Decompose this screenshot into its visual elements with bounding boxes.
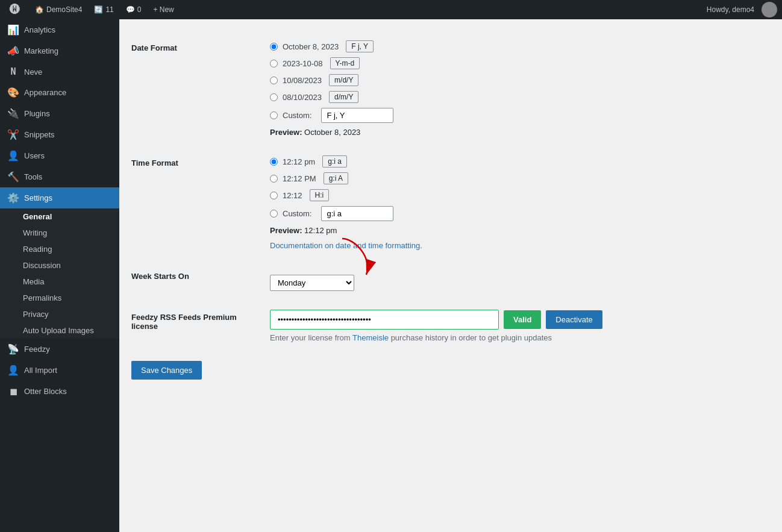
- date-format-code-4: d/m/Y: [329, 91, 358, 103]
- time-custom-input[interactable]: [321, 206, 393, 221]
- time-option-3: 12:12 H:i: [270, 189, 764, 201]
- sidebar-item-settings[interactable]: ⚙️ Settings: [0, 187, 119, 208]
- week-starts-row: Week Starts On: [131, 260, 770, 301]
- date-option-3: 10/08/2023 m/d/Y: [270, 74, 764, 86]
- admin-bar-right: Howdy, demo4: [702, 2, 777, 17]
- sidebar: 📊 Analytics 📣 Marketing N Neve 🎨 Appeara…: [0, 19, 119, 532]
- date-label-custom[interactable]: Custom:: [283, 111, 311, 120]
- sidebar-item-appearance[interactable]: 🎨 Appearance: [0, 82, 119, 103]
- sidebar-item-snippets[interactable]: ✂️ Snippets: [0, 124, 119, 145]
- sidebar-item-feedzy[interactable]: 📡 Feedzy: [0, 339, 119, 360]
- sidebar-sub-discussion[interactable]: Discussion: [0, 257, 119, 274]
- analytics-icon: 📊: [7, 24, 19, 36]
- doc-link[interactable]: Documentation on date and time formattin…: [270, 241, 422, 250]
- date-radio-1[interactable]: [270, 43, 278, 51]
- week-starts-td: Monday Sunday Tuesday Wednesday Thursday…: [264, 260, 770, 301]
- new-content-link[interactable]: + New: [148, 0, 178, 19]
- marketing-icon: 📣: [7, 45, 19, 57]
- sidebar-sub-auto-upload[interactable]: Auto Upload Images: [0, 322, 119, 339]
- date-radio-2[interactable]: [270, 60, 278, 67]
- avatar[interactable]: [762, 2, 777, 17]
- time-label-2[interactable]: 12:12 PM: [283, 174, 316, 183]
- sidebar-item-plugins[interactable]: 🔌 Plugins: [0, 103, 119, 124]
- updates-link[interactable]: 🔄 11: [89, 0, 118, 19]
- howdy-text: Howdy, demo4: [702, 5, 759, 14]
- date-option-1: October 8, 2023 F j, Y: [270, 40, 764, 52]
- time-radio-2[interactable]: [270, 175, 278, 183]
- sidebar-label-all-import: All Import: [24, 366, 57, 375]
- sidebar-item-all-import[interactable]: 👤 All Import: [0, 360, 119, 381]
- neve-icon: N: [7, 66, 19, 77]
- main-content: Date Format October 8, 2023 F j, Y 2023-…: [119, 19, 782, 532]
- layout: 📊 Analytics 📣 Marketing N Neve 🎨 Appeara…: [0, 19, 782, 532]
- time-label-3[interactable]: 12:12: [283, 191, 302, 200]
- week-starts-select[interactable]: Monday Sunday Tuesday Wednesday Thursday…: [270, 275, 354, 291]
- date-radio-custom[interactable]: [270, 111, 278, 119]
- settings-icon: ⚙️: [7, 192, 19, 204]
- sidebar-item-users[interactable]: 👤 Users: [0, 145, 119, 166]
- date-radio-4[interactable]: [270, 93, 278, 101]
- updates-icon: 🔄: [94, 5, 103, 14]
- sidebar-item-marketing[interactable]: 📣 Marketing: [0, 40, 119, 61]
- time-format-code-3: H:i: [310, 189, 330, 201]
- sidebar-sub-permalinks[interactable]: Permalinks: [0, 290, 119, 306]
- time-label-1[interactable]: 12:12 pm: [283, 157, 315, 166]
- time-radio-3[interactable]: [270, 192, 278, 199]
- sidebar-label-otter-blocks: Otter Blocks: [24, 387, 67, 396]
- feedzy-icon: 📡: [7, 343, 19, 355]
- sidebar-sub-general[interactable]: General: [0, 208, 119, 225]
- time-radio-1[interactable]: [270, 158, 278, 166]
- themeisle-link[interactable]: Themeisle: [352, 333, 389, 342]
- date-option-2: 2023-10-08 Y-m-d: [270, 57, 764, 69]
- date-preview: Preview: October 8, 2023: [270, 128, 764, 137]
- date-custom-input[interactable]: [321, 108, 393, 123]
- date-format-code-2: Y-m-d: [330, 57, 360, 69]
- time-label-custom[interactable]: Custom:: [283, 209, 311, 218]
- sidebar-label-users: Users: [24, 151, 45, 160]
- arrow-annotation: [270, 269, 764, 275]
- date-format-label: Date Format: [131, 31, 264, 146]
- date-radio-3[interactable]: [270, 77, 278, 84]
- sidebar-label-settings: Settings: [24, 193, 52, 202]
- sidebar-label-plugins: Plugins: [24, 109, 50, 118]
- sidebar-item-neve[interactable]: N Neve: [0, 61, 119, 82]
- time-format-label: Time Format: [131, 146, 264, 260]
- otter-blocks-icon: ◼: [7, 386, 19, 397]
- date-format-code-1: F j, Y: [346, 40, 374, 52]
- home-icon: 🏠: [35, 5, 44, 14]
- site-name-link[interactable]: 🏠 DemoSite4: [30, 0, 87, 19]
- sidebar-item-analytics[interactable]: 📊 Analytics: [0, 19, 119, 40]
- comments-link[interactable]: 💬 0: [121, 0, 146, 19]
- sidebar-sub-reading[interactable]: Reading: [0, 241, 119, 257]
- date-preview-value: October 8, 2023: [304, 128, 360, 137]
- time-radio-custom[interactable]: [270, 210, 278, 217]
- save-changes-button[interactable]: Save Changes: [131, 361, 202, 380]
- date-label-4[interactable]: 08/10/2023: [283, 93, 322, 102]
- license-help-text: Enter your license from Themeisle purcha…: [270, 333, 764, 342]
- time-preview-value: 12:12 pm: [304, 226, 337, 235]
- date-preview-label: Preview:: [270, 128, 302, 137]
- sidebar-sub-writing[interactable]: Writing: [0, 225, 119, 241]
- license-input[interactable]: [270, 310, 499, 330]
- date-label-1[interactable]: October 8, 2023: [283, 42, 339, 51]
- comments-icon: 💬: [126, 5, 135, 14]
- all-import-icon: 👤: [7, 365, 19, 376]
- sidebar-item-tools[interactable]: 🔨 Tools: [0, 166, 119, 187]
- sidebar-sub-privacy[interactable]: Privacy: [0, 306, 119, 322]
- license-input-row: Valid Deactivate: [270, 310, 764, 330]
- deactivate-button[interactable]: Deactivate: [546, 310, 602, 329]
- time-format-code-2: g:i A: [324, 172, 348, 184]
- sidebar-sub-media[interactable]: Media: [0, 274, 119, 290]
- valid-button[interactable]: Valid: [504, 310, 541, 329]
- users-icon: 👤: [7, 150, 19, 161]
- sidebar-label-snippets: Snippets: [24, 130, 55, 139]
- sidebar-label-neve: Neve: [24, 67, 42, 77]
- date-label-3[interactable]: 10/08/2023: [283, 76, 322, 85]
- sidebar-item-otter-blocks[interactable]: ◼ Otter Blocks: [0, 381, 119, 402]
- time-preview: Preview: 12:12 pm: [270, 226, 764, 235]
- date-label-2[interactable]: 2023-10-08: [283, 59, 323, 68]
- date-format-row: Date Format October 8, 2023 F j, Y 2023-…: [131, 31, 770, 146]
- time-option-custom: Custom:: [270, 206, 764, 221]
- time-option-1: 12:12 pm g:i a: [270, 155, 764, 167]
- wp-logo[interactable]: 🅦: [5, 0, 25, 19]
